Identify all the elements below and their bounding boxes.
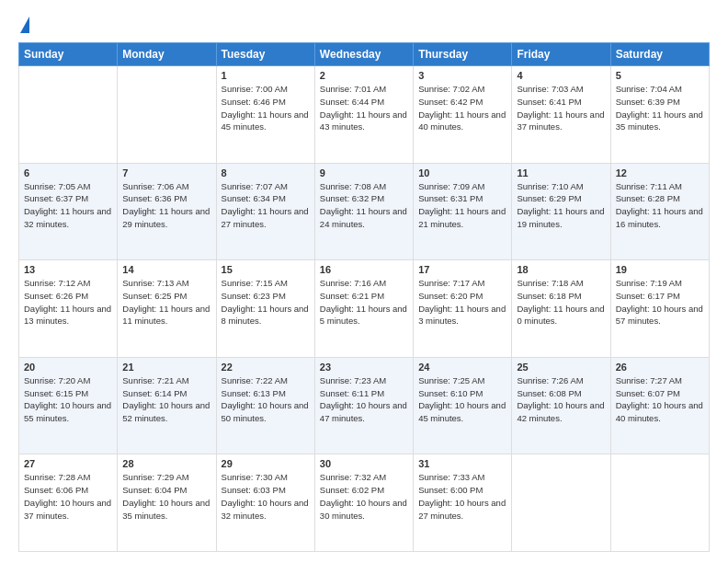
day-info: Sunrise: 7:23 AMSunset: 6:11 PMDaylight:…	[320, 374, 408, 425]
page: SundayMondayTuesdayWednesdayThursdayFrid…	[0, 0, 728, 563]
day-number: 31	[418, 458, 506, 469]
day-info: Sunrise: 7:06 AMSunset: 6:36 PMDaylight:…	[122, 180, 210, 231]
day-info: Sunrise: 7:16 AMSunset: 6:21 PMDaylight:…	[320, 277, 408, 327]
day-number: 29	[222, 458, 310, 469]
day-number: 23	[320, 362, 408, 373]
calendar-cell: 4Sunrise: 7:03 AMSunset: 6:41 PMDaylight…	[512, 66, 610, 164]
day-number: 10	[418, 167, 506, 178]
day-info: Sunrise: 7:13 AMSunset: 6:25 PMDaylight:…	[122, 277, 210, 327]
day-number: 14	[122, 264, 210, 275]
calendar-cell: 26Sunrise: 7:27 AMSunset: 6:07 PMDayligh…	[610, 357, 709, 454]
logo-triangle-icon	[20, 17, 29, 33]
calendar-cell: 24Sunrise: 7:25 AMSunset: 6:10 PMDayligh…	[414, 357, 512, 454]
calendar-cell	[118, 66, 216, 164]
day-number: 18	[517, 264, 605, 275]
weekday-header-friday: Friday	[512, 43, 610, 66]
calendar-cell	[19, 66, 118, 164]
calendar-cell: 5Sunrise: 7:04 AMSunset: 6:39 PMDaylight…	[610, 66, 709, 164]
calendar-cell: 7Sunrise: 7:06 AMSunset: 6:36 PMDaylight…	[118, 163, 216, 260]
week-row-2: 6Sunrise: 7:05 AMSunset: 6:37 PMDaylight…	[19, 163, 710, 260]
calendar-cell: 29Sunrise: 7:30 AMSunset: 6:03 PMDayligh…	[216, 454, 314, 552]
calendar-cell: 2Sunrise: 7:01 AMSunset: 6:44 PMDaylight…	[314, 66, 413, 164]
calendar-cell	[512, 454, 610, 552]
calendar-cell: 14Sunrise: 7:13 AMSunset: 6:25 PMDayligh…	[118, 260, 216, 358]
day-number: 3	[418, 70, 506, 81]
calendar-cell: 20Sunrise: 7:20 AMSunset: 6:15 PMDayligh…	[19, 357, 118, 454]
day-number: 5	[616, 70, 704, 81]
day-number: 13	[24, 264, 112, 275]
day-info: Sunrise: 7:25 AMSunset: 6:10 PMDaylight:…	[418, 374, 506, 425]
calendar-cell: 28Sunrise: 7:29 AMSunset: 6:04 PMDayligh…	[118, 454, 216, 552]
calendar-cell: 1Sunrise: 7:00 AMSunset: 6:46 PMDaylight…	[216, 66, 314, 164]
calendar-cell: 22Sunrise: 7:22 AMSunset: 6:13 PMDayligh…	[216, 357, 314, 454]
weekday-header-monday: Monday	[118, 43, 216, 66]
day-info: Sunrise: 7:00 AMSunset: 6:46 PMDaylight:…	[222, 83, 310, 133]
week-row-4: 20Sunrise: 7:20 AMSunset: 6:15 PMDayligh…	[19, 357, 710, 454]
calendar-cell: 16Sunrise: 7:16 AMSunset: 6:21 PMDayligh…	[314, 260, 413, 358]
calendar-cell: 3Sunrise: 7:02 AMSunset: 6:42 PMDaylight…	[414, 66, 512, 164]
day-number: 15	[222, 264, 310, 275]
day-number: 12	[616, 167, 704, 178]
day-info: Sunrise: 7:30 AMSunset: 6:03 PMDaylight:…	[222, 471, 310, 522]
day-number: 8	[222, 167, 310, 178]
day-number: 7	[122, 167, 210, 178]
weekday-header-row: SundayMondayTuesdayWednesdayThursdayFrid…	[19, 43, 710, 66]
calendar-cell: 17Sunrise: 7:17 AMSunset: 6:20 PMDayligh…	[414, 260, 512, 358]
day-number: 6	[24, 167, 112, 178]
day-info: Sunrise: 7:09 AMSunset: 6:31 PMDaylight:…	[418, 180, 506, 231]
day-number: 2	[320, 70, 408, 81]
header	[18, 17, 710, 33]
weekday-header-wednesday: Wednesday	[314, 43, 413, 66]
day-info: Sunrise: 7:01 AMSunset: 6:44 PMDaylight:…	[320, 83, 408, 133]
calendar-cell: 11Sunrise: 7:10 AMSunset: 6:29 PMDayligh…	[512, 163, 610, 260]
day-info: Sunrise: 7:28 AMSunset: 6:06 PMDaylight:…	[24, 471, 112, 522]
week-row-1: 1Sunrise: 7:00 AMSunset: 6:46 PMDaylight…	[19, 66, 710, 164]
day-number: 30	[320, 458, 408, 469]
day-number: 11	[517, 167, 605, 178]
day-info: Sunrise: 7:19 AMSunset: 6:17 PMDaylight:…	[616, 277, 704, 327]
day-number: 27	[24, 458, 112, 469]
day-number: 22	[222, 362, 310, 373]
weekday-header-sunday: Sunday	[19, 43, 118, 66]
logo	[18, 17, 29, 33]
day-info: Sunrise: 7:27 AMSunset: 6:07 PMDaylight:…	[616, 374, 704, 425]
calendar-cell: 31Sunrise: 7:33 AMSunset: 6:00 PMDayligh…	[414, 454, 512, 552]
day-info: Sunrise: 7:12 AMSunset: 6:26 PMDaylight:…	[24, 277, 112, 327]
day-number: 25	[517, 362, 605, 373]
day-info: Sunrise: 7:11 AMSunset: 6:28 PMDaylight:…	[616, 180, 704, 231]
day-number: 28	[122, 458, 210, 469]
week-row-5: 27Sunrise: 7:28 AMSunset: 6:06 PMDayligh…	[19, 454, 710, 552]
day-info: Sunrise: 7:18 AMSunset: 6:18 PMDaylight:…	[517, 277, 605, 327]
day-info: Sunrise: 7:03 AMSunset: 6:41 PMDaylight:…	[517, 83, 605, 133]
day-number: 24	[418, 362, 506, 373]
day-number: 4	[517, 70, 605, 81]
day-info: Sunrise: 7:20 AMSunset: 6:15 PMDaylight:…	[24, 374, 112, 425]
calendar-table: SundayMondayTuesdayWednesdayThursdayFrid…	[18, 42, 710, 552]
calendar-cell: 6Sunrise: 7:05 AMSunset: 6:37 PMDaylight…	[19, 163, 118, 260]
calendar-cell: 9Sunrise: 7:08 AMSunset: 6:32 PMDaylight…	[314, 163, 413, 260]
weekday-header-tuesday: Tuesday	[216, 43, 314, 66]
day-number: 19	[616, 264, 704, 275]
day-info: Sunrise: 7:05 AMSunset: 6:37 PMDaylight:…	[24, 180, 112, 231]
day-info: Sunrise: 7:07 AMSunset: 6:34 PMDaylight:…	[222, 180, 310, 231]
calendar-cell: 19Sunrise: 7:19 AMSunset: 6:17 PMDayligh…	[610, 260, 709, 358]
calendar-cell: 12Sunrise: 7:11 AMSunset: 6:28 PMDayligh…	[610, 163, 709, 260]
day-info: Sunrise: 7:26 AMSunset: 6:08 PMDaylight:…	[517, 374, 605, 425]
day-info: Sunrise: 7:04 AMSunset: 6:39 PMDaylight:…	[616, 83, 704, 133]
day-number: 1	[222, 70, 310, 81]
day-info: Sunrise: 7:10 AMSunset: 6:29 PMDaylight:…	[517, 180, 605, 231]
calendar-cell: 23Sunrise: 7:23 AMSunset: 6:11 PMDayligh…	[314, 357, 413, 454]
day-info: Sunrise: 7:29 AMSunset: 6:04 PMDaylight:…	[122, 471, 210, 522]
weekday-header-saturday: Saturday	[610, 43, 709, 66]
weekday-header-thursday: Thursday	[414, 43, 512, 66]
calendar-cell	[610, 454, 709, 552]
day-info: Sunrise: 7:17 AMSunset: 6:20 PMDaylight:…	[418, 277, 506, 327]
week-row-3: 13Sunrise: 7:12 AMSunset: 6:26 PMDayligh…	[19, 260, 710, 358]
day-info: Sunrise: 7:22 AMSunset: 6:13 PMDaylight:…	[222, 374, 310, 425]
day-info: Sunrise: 7:02 AMSunset: 6:42 PMDaylight:…	[418, 83, 506, 133]
day-info: Sunrise: 7:08 AMSunset: 6:32 PMDaylight:…	[320, 180, 408, 231]
day-info: Sunrise: 7:33 AMSunset: 6:00 PMDaylight:…	[418, 471, 506, 522]
day-number: 21	[122, 362, 210, 373]
day-info: Sunrise: 7:15 AMSunset: 6:23 PMDaylight:…	[222, 277, 310, 327]
calendar-cell: 21Sunrise: 7:21 AMSunset: 6:14 PMDayligh…	[118, 357, 216, 454]
